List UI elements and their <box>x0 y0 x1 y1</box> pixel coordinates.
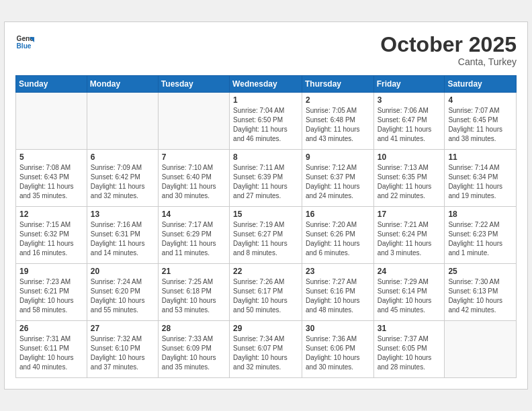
day-info: Sunrise: 7:25 AM Sunset: 6:18 PM Dayligh… <box>162 277 226 315</box>
day-number: 3 <box>378 95 441 105</box>
day-info: Sunrise: 7:27 AM Sunset: 6:16 PM Dayligh… <box>306 277 370 315</box>
day-number: 12 <box>19 210 83 219</box>
day-info: Sunrise: 7:19 AM Sunset: 6:27 PM Dayligh… <box>233 220 298 258</box>
calendar-cell: 10Sunrise: 7:13 AM Sunset: 6:35 PM Dayli… <box>373 150 445 207</box>
calendar-cell <box>87 93 158 150</box>
calendar-cell: 30Sunrise: 7:36 AM Sunset: 6:06 PM Dayli… <box>302 321 373 378</box>
day-number: 30 <box>306 324 370 333</box>
day-number: 6 <box>91 152 154 162</box>
calendar-cell: 3Sunrise: 7:06 AM Sunset: 6:47 PM Daylig… <box>373 93 445 150</box>
day-info: Sunrise: 7:10 AM Sunset: 6:40 PM Dayligh… <box>162 163 226 201</box>
svg-text:Blue: Blue <box>17 42 32 50</box>
day-number: 20 <box>91 267 154 276</box>
calendar-cell: 21Sunrise: 7:25 AM Sunset: 6:18 PM Dayli… <box>158 264 229 321</box>
day-number: 5 <box>19 152 83 162</box>
day-info: Sunrise: 7:12 AM Sunset: 6:37 PM Dayligh… <box>306 163 370 201</box>
day-info: Sunrise: 7:11 AM Sunset: 6:39 PM Dayligh… <box>233 163 298 201</box>
month-title: October 2025 <box>380 33 517 56</box>
day-number: 26 <box>19 324 83 333</box>
day-info: Sunrise: 7:31 AM Sunset: 6:11 PM Dayligh… <box>19 334 83 372</box>
weekday-header-row: SundayMondayTuesdayWednesdayThursdayFrid… <box>16 76 517 93</box>
day-info: Sunrise: 7:22 AM Sunset: 6:23 PM Dayligh… <box>448 220 513 258</box>
calendar-cell: 17Sunrise: 7:21 AM Sunset: 6:24 PM Dayli… <box>373 207 445 264</box>
location: Canta, Turkey <box>380 56 517 67</box>
day-info: Sunrise: 7:04 AM Sunset: 6:50 PM Dayligh… <box>233 106 298 144</box>
day-info: Sunrise: 7:23 AM Sunset: 6:21 PM Dayligh… <box>19 277 83 315</box>
calendar-cell: 18Sunrise: 7:22 AM Sunset: 6:23 PM Dayli… <box>445 207 517 264</box>
day-info: Sunrise: 7:29 AM Sunset: 6:14 PM Dayligh… <box>378 277 441 315</box>
week-row-5: 26Sunrise: 7:31 AM Sunset: 6:11 PM Dayli… <box>16 321 517 378</box>
calendar-cell: 19Sunrise: 7:23 AM Sunset: 6:21 PM Dayli… <box>16 264 87 321</box>
calendar-cell: 24Sunrise: 7:29 AM Sunset: 6:14 PM Dayli… <box>373 264 445 321</box>
day-number: 19 <box>19 267 83 276</box>
weekday-header-sunday: Sunday <box>16 76 87 93</box>
day-info: Sunrise: 7:17 AM Sunset: 6:29 PM Dayligh… <box>162 220 226 258</box>
day-info: Sunrise: 7:33 AM Sunset: 6:09 PM Dayligh… <box>162 334 226 372</box>
calendar-cell: 6Sunrise: 7:09 AM Sunset: 6:42 PM Daylig… <box>87 150 158 207</box>
calendar-cell: 31Sunrise: 7:37 AM Sunset: 6:05 PM Dayli… <box>373 321 445 378</box>
calendar-cell: 22Sunrise: 7:26 AM Sunset: 6:17 PM Dayli… <box>230 264 302 321</box>
calendar-container: General Blue October 2025 Canta, Turkey … <box>4 21 528 390</box>
weekday-header-saturday: Saturday <box>445 76 517 93</box>
calendar-cell: 8Sunrise: 7:11 AM Sunset: 6:39 PM Daylig… <box>230 150 302 207</box>
calendar-cell: 29Sunrise: 7:34 AM Sunset: 6:07 PM Dayli… <box>230 321 302 378</box>
calendar-cell: 1Sunrise: 7:04 AM Sunset: 6:50 PM Daylig… <box>230 93 302 150</box>
calendar-cell <box>16 93 87 150</box>
header: General Blue October 2025 Canta, Turkey <box>15 33 517 67</box>
day-number: 29 <box>233 324 298 333</box>
weekday-header-monday: Monday <box>87 76 158 93</box>
day-info: Sunrise: 7:06 AM Sunset: 6:47 PM Dayligh… <box>378 106 441 144</box>
weekday-header-tuesday: Tuesday <box>158 76 229 93</box>
calendar-cell <box>445 321 517 378</box>
day-number: 21 <box>162 267 226 276</box>
calendar-grid: SundayMondayTuesdayWednesdayThursdayFrid… <box>15 75 517 378</box>
day-number: 23 <box>306 267 370 276</box>
day-number: 17 <box>378 210 441 219</box>
day-number: 28 <box>162 324 226 333</box>
calendar-cell <box>158 93 229 150</box>
weekday-header-thursday: Thursday <box>302 76 373 93</box>
calendar-cell: 7Sunrise: 7:10 AM Sunset: 6:40 PM Daylig… <box>158 150 229 207</box>
day-number: 4 <box>448 95 513 105</box>
day-number: 14 <box>162 210 226 219</box>
day-number: 11 <box>448 152 513 162</box>
day-info: Sunrise: 7:30 AM Sunset: 6:13 PM Dayligh… <box>448 277 513 315</box>
week-row-4: 19Sunrise: 7:23 AM Sunset: 6:21 PM Dayli… <box>16 264 517 321</box>
day-info: Sunrise: 7:07 AM Sunset: 6:45 PM Dayligh… <box>448 106 513 144</box>
calendar-cell: 4Sunrise: 7:07 AM Sunset: 6:45 PM Daylig… <box>445 93 517 150</box>
day-info: Sunrise: 7:14 AM Sunset: 6:34 PM Dayligh… <box>448 163 513 201</box>
day-info: Sunrise: 7:26 AM Sunset: 6:17 PM Dayligh… <box>233 277 298 315</box>
calendar-cell: 16Sunrise: 7:20 AM Sunset: 6:26 PM Dayli… <box>302 207 373 264</box>
day-number: 9 <box>306 152 370 162</box>
day-number: 8 <box>233 152 298 162</box>
logo: General Blue <box>15 33 34 52</box>
day-number: 2 <box>306 95 370 105</box>
day-number: 7 <box>162 152 226 162</box>
calendar-cell: 14Sunrise: 7:17 AM Sunset: 6:29 PM Dayli… <box>158 207 229 264</box>
day-number: 22 <box>233 267 298 276</box>
day-number: 13 <box>91 210 154 219</box>
weekday-header-friday: Friday <box>373 76 445 93</box>
week-row-3: 12Sunrise: 7:15 AM Sunset: 6:32 PM Dayli… <box>16 207 517 264</box>
calendar-cell: 11Sunrise: 7:14 AM Sunset: 6:34 PM Dayli… <box>445 150 517 207</box>
calendar-cell: 26Sunrise: 7:31 AM Sunset: 6:11 PM Dayli… <box>16 321 87 378</box>
day-number: 16 <box>306 210 370 219</box>
calendar-cell: 5Sunrise: 7:08 AM Sunset: 6:43 PM Daylig… <box>16 150 87 207</box>
day-number: 10 <box>378 152 441 162</box>
day-info: Sunrise: 7:20 AM Sunset: 6:26 PM Dayligh… <box>306 220 370 258</box>
calendar-cell: 27Sunrise: 7:32 AM Sunset: 6:10 PM Dayli… <box>87 321 158 378</box>
calendar-cell: 13Sunrise: 7:16 AM Sunset: 6:31 PM Dayli… <box>87 207 158 264</box>
week-row-1: 1Sunrise: 7:04 AM Sunset: 6:50 PM Daylig… <box>16 93 517 150</box>
week-row-2: 5Sunrise: 7:08 AM Sunset: 6:43 PM Daylig… <box>16 150 517 207</box>
day-info: Sunrise: 7:08 AM Sunset: 6:43 PM Dayligh… <box>19 163 83 201</box>
day-info: Sunrise: 7:32 AM Sunset: 6:10 PM Dayligh… <box>91 334 154 372</box>
day-number: 27 <box>91 324 154 333</box>
day-info: Sunrise: 7:37 AM Sunset: 6:05 PM Dayligh… <box>378 334 441 372</box>
day-number: 25 <box>448 267 513 276</box>
day-info: Sunrise: 7:16 AM Sunset: 6:31 PM Dayligh… <box>91 220 154 258</box>
calendar-cell: 15Sunrise: 7:19 AM Sunset: 6:27 PM Dayli… <box>230 207 302 264</box>
calendar-cell: 25Sunrise: 7:30 AM Sunset: 6:13 PM Dayli… <box>445 264 517 321</box>
day-number: 18 <box>448 210 513 219</box>
calendar-cell: 2Sunrise: 7:05 AM Sunset: 6:48 PM Daylig… <box>302 93 373 150</box>
calendar-cell: 20Sunrise: 7:24 AM Sunset: 6:20 PM Dayli… <box>87 264 158 321</box>
